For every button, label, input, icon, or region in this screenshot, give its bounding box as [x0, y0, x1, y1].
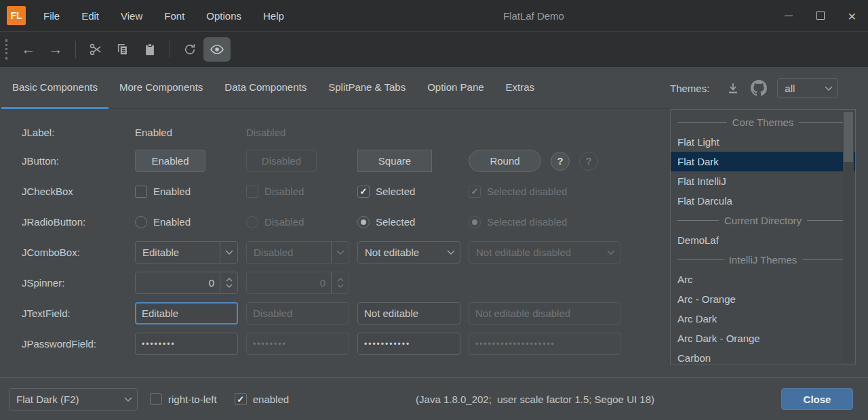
show-toggle-button[interactable] — [203, 37, 231, 62]
theme-item-carbon[interactable]: Carbon — [671, 348, 855, 364]
combobox-not-editable[interactable]: Not editable — [357, 241, 460, 264]
github-button[interactable] — [749, 78, 769, 98]
minimize-button[interactable] — [772, 0, 804, 31]
checkbox-enabled[interactable]: Enabled — [135, 186, 246, 198]
left-column: Basic Components More Components Data Co… — [0, 67, 670, 377]
window-controls: × — [772, 0, 868, 31]
laf-combobox[interactable]: Flat Dark (F2) — [9, 388, 138, 411]
combobox-not-editable-disabled[interactable]: Not editable disabled — [469, 241, 620, 264]
round-button[interactable]: Round — [469, 150, 541, 172]
radio-selected-disabled[interactable]: Selected disabled — [469, 216, 670, 228]
toolbar-drag-grip[interactable] — [5, 39, 8, 60]
toolbar: ← → — [0, 31, 868, 67]
minimize-icon — [785, 16, 793, 16]
theme-item-arc-orange[interactable]: Arc - Orange — [671, 289, 855, 309]
disabled-button[interactable]: Disabled — [246, 150, 317, 172]
maximize-button[interactable] — [804, 0, 836, 31]
enabled-checkbox[interactable]: ✓ enabled — [235, 393, 289, 405]
textfield-editable[interactable]: Editable — [135, 302, 238, 324]
theme-item-arc-dark[interactable]: Arc Dark — [671, 309, 855, 329]
themes-filter-combobox[interactable]: all — [777, 78, 838, 98]
combobox-disabled[interactable]: Disabled — [246, 241, 349, 264]
close-button[interactable]: Close — [781, 388, 853, 410]
spinner[interactable]: 0 — [135, 272, 238, 294]
radio-selected-icon — [357, 216, 370, 228]
chevron-up-icon — [337, 278, 344, 282]
menu-options[interactable]: Options — [195, 0, 252, 31]
theme-item-arc[interactable]: Arc — [671, 270, 855, 289]
textfield-not-editable[interactable]: Not editable — [357, 302, 460, 324]
checkbox-disabled[interactable]: Disabled — [246, 186, 357, 198]
checkbox-selected-disabled[interactable]: ✓ Selected disabled — [469, 186, 670, 198]
forward-button[interactable]: → — [42, 37, 69, 62]
tab-option-pane[interactable]: Option Pane — [416, 67, 494, 109]
radio-enabled[interactable]: Enabled — [135, 216, 246, 228]
passwordfield-not-editable-disabled[interactable]: ••••••••••••••••••• — [469, 333, 620, 355]
themes-header: Themes: all — [670, 67, 856, 109]
tab-splitpane-tabs[interactable]: SplitPane & Tabs — [317, 67, 416, 109]
tab-basic-components[interactable]: Basic Components — [1, 67, 108, 109]
combobox-editable[interactable]: Editable — [135, 241, 238, 264]
checkbox-selected[interactable]: ✓ Selected — [357, 186, 469, 198]
paste-clipboard-icon — [143, 43, 157, 56]
content-area: Basic Components More Components Data Co… — [0, 67, 868, 377]
themes-scrollbar-track[interactable] — [843, 111, 854, 362]
menu-help[interactable]: Help — [252, 0, 295, 31]
tab-extras[interactable]: Extras — [495, 67, 546, 109]
menu-view[interactable]: View — [110, 0, 153, 31]
close-window-button[interactable]: × — [836, 0, 868, 31]
help-button-disabled[interactable]: ? — [579, 152, 598, 171]
textfield-disabled[interactable]: Disabled — [246, 302, 349, 324]
menu-edit[interactable]: Edit — [71, 0, 110, 31]
themes-scrollbar-thumb[interactable] — [844, 112, 853, 162]
themes-separator: Current Directory — [671, 211, 855, 230]
chevron-up-icon — [226, 278, 233, 282]
paste-button[interactable] — [136, 37, 163, 62]
menu-font[interactable]: Font — [153, 0, 195, 31]
jcheckbox-row-label: JCheckBox — [22, 186, 135, 197]
passwordfield-disabled[interactable]: •••••••• — [246, 333, 349, 355]
theme-item-arc-dark-orange[interactable]: Arc Dark - Orange — [671, 329, 855, 348]
jlabel-enabled: Enabled — [135, 127, 246, 138]
tab-more-components[interactable]: More Components — [108, 67, 214, 109]
enabled-button[interactable]: Enabled — [135, 150, 205, 172]
copy-button[interactable] — [109, 37, 136, 62]
passwordfield-not-editable[interactable]: ••••••••••• — [357, 333, 460, 355]
jpasswordfield-row-label: JPasswordField: — [22, 338, 135, 350]
toolbar-separator — [170, 41, 170, 58]
theme-item-flat-intellij[interactable]: Flat IntelliJ — [671, 171, 855, 191]
radio-disabled[interactable]: Disabled — [246, 216, 357, 228]
radio-selected[interactable]: Selected — [357, 216, 469, 228]
help-button[interactable]: ? — [551, 152, 570, 171]
theme-item-flat-dark[interactable]: Flat Dark — [671, 152, 855, 171]
bottom-bar: Flat Dark (F2) right-to-left ✓ enabled (… — [0, 377, 868, 420]
chevron-down-icon — [337, 284, 344, 288]
spinner-disabled[interactable]: 0 — [246, 272, 349, 294]
theme-item-flat-darcula[interactable]: Flat Darcula — [671, 191, 855, 211]
jspinner-row-label: JSpinner: — [22, 277, 135, 289]
jbutton-row-label: JButton: — [22, 155, 135, 167]
download-button[interactable] — [723, 78, 743, 98]
passwordfield-editable[interactable]: •••••••• — [135, 333, 238, 355]
theme-item-demolaf[interactable]: DemoLaf — [671, 230, 855, 250]
checkbox-checked-icon: ✓ — [469, 186, 481, 198]
menu-file[interactable]: File — [33, 0, 71, 31]
themes-separator: Core Themes — [671, 112, 855, 132]
tab-data-components[interactable]: Data Components — [214, 67, 317, 109]
window-title: FlatLaf Demo — [295, 0, 772, 31]
checkbox-checked-icon: ✓ — [357, 186, 370, 198]
textfield-not-editable-disabled[interactable]: Not editable disabled — [469, 302, 620, 324]
back-button[interactable]: ← — [15, 37, 42, 62]
close-icon: × — [848, 9, 856, 23]
chevron-down-icon — [225, 250, 233, 255]
right-to-left-checkbox[interactable]: right-to-left — [150, 393, 217, 405]
refresh-button[interactable] — [176, 37, 203, 62]
themes-panel: Themes: all Core Themes Flat Light Flat … — [670, 67, 868, 377]
cut-button[interactable] — [82, 37, 109, 62]
square-button[interactable]: Square — [357, 150, 432, 172]
chevron-down-icon — [447, 250, 455, 255]
jlabel-row-label: JLabel: — [22, 127, 135, 138]
download-icon — [726, 81, 740, 95]
theme-item-flat-light[interactable]: Flat Light — [671, 132, 855, 152]
menubar: File Edit View Font Options Help — [33, 0, 295, 31]
